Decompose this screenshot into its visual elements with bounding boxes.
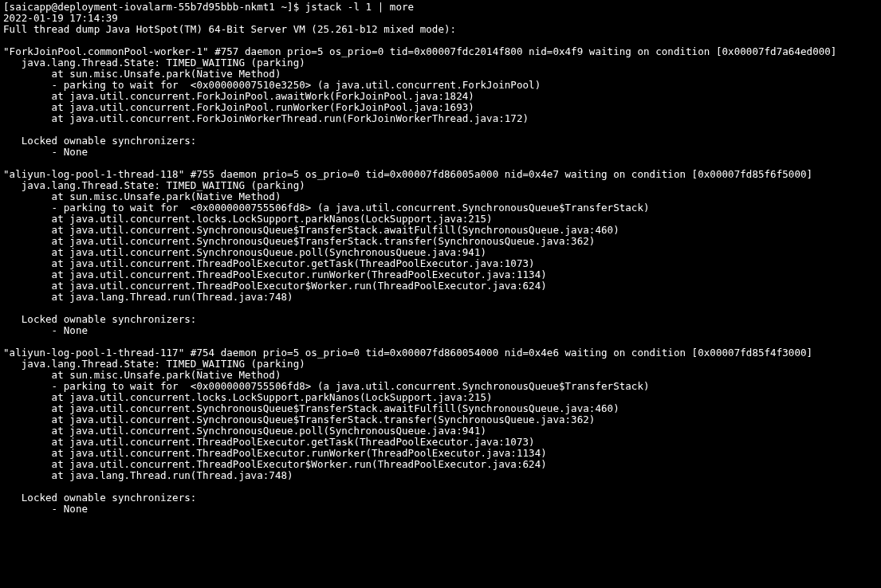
stack-frame: at sun.misc.Unsafe.park(Native Method) xyxy=(3,190,281,202)
thread-state: java.lang.Thread.State: TIMED_WAITING (p… xyxy=(3,358,305,370)
thread-state: java.lang.Thread.State: TIMED_WAITING (p… xyxy=(3,179,305,191)
stack-frame: at java.lang.Thread.run(Thread.java:748) xyxy=(3,469,293,481)
stack-frame: at java.util.concurrent.SynchronousQueue… xyxy=(3,224,619,236)
stack-frame: at java.util.concurrent.ThreadPoolExecut… xyxy=(3,269,547,280)
dump-header: Full thread dump Java HotSpot(TM) 64-Bit… xyxy=(3,23,456,35)
stack-frame: at sun.misc.Unsafe.park(Native Method) xyxy=(3,68,281,80)
stack-frame: at java.lang.Thread.run(Thread.java:748) xyxy=(3,291,293,303)
thread-header: "aliyun-log-pool-1-thread-117" #754 daem… xyxy=(3,347,812,359)
stack-frame: at java.util.concurrent.ThreadPoolExecut… xyxy=(3,436,535,448)
stack-frame: at java.util.concurrent.SynchronousQueue… xyxy=(3,402,619,414)
stack-frame: at java.util.concurrent.SynchronousQueue… xyxy=(3,235,595,247)
synchronizers-body: - None xyxy=(3,146,88,158)
stack-frame: at java.util.concurrent.ThreadPoolExecut… xyxy=(3,257,535,269)
command-input[interactable]: jstack -l 1 | more xyxy=(305,1,414,13)
shell-prompt: [saicapp@deployment-iovalarm-55b7d95bbb-… xyxy=(3,1,305,13)
stack-frame: - parking to wait for <0x0000000755506fd… xyxy=(3,380,650,392)
stack-frame: - parking to wait for <0x00000007510e325… xyxy=(3,79,541,91)
stack-frame: at java.util.concurrent.ThreadPoolExecut… xyxy=(3,280,547,292)
thread-header: "aliyun-log-pool-1-thread-118" #755 daem… xyxy=(3,168,812,180)
terminal-output[interactable]: [saicapp@deployment-iovalarm-55b7d95bbb-… xyxy=(0,0,881,519)
synchronizers-body: - None xyxy=(3,503,88,515)
dump-timestamp: 2022-01-19 17:14:39 xyxy=(3,12,118,24)
stack-frame: at java.util.concurrent.ForkJoinPool.run… xyxy=(3,101,474,113)
stack-frame: at java.util.concurrent.locks.LockSuppor… xyxy=(3,213,493,225)
stack-frame: at java.util.concurrent.ThreadPoolExecut… xyxy=(3,447,547,459)
thread-state: java.lang.Thread.State: TIMED_WAITING (p… xyxy=(3,57,305,69)
thread-header: "ForkJoinPool.commonPool-worker-1" #757 … xyxy=(3,45,836,57)
stack-frame: at sun.misc.Unsafe.park(Native Method) xyxy=(3,369,281,381)
stack-frame: - parking to wait for <0x0000000755506fd… xyxy=(3,202,650,214)
synchronizers-header: Locked ownable synchronizers: xyxy=(3,492,196,504)
stack-frame: at java.util.concurrent.ThreadPoolExecut… xyxy=(3,458,547,470)
synchronizers-header: Locked ownable synchronizers: xyxy=(3,135,196,147)
stack-frame: at java.util.concurrent.locks.LockSuppor… xyxy=(3,391,493,403)
stack-frame: at java.util.concurrent.SynchronousQueue… xyxy=(3,246,486,258)
synchronizers-body: - None xyxy=(3,324,88,336)
stack-frame: at java.util.concurrent.SynchronousQueue… xyxy=(3,414,595,425)
stack-frame: at java.util.concurrent.SynchronousQueue… xyxy=(3,425,486,437)
synchronizers-header: Locked ownable synchronizers: xyxy=(3,313,196,325)
stack-frame: at java.util.concurrent.ForkJoinPool.awa… xyxy=(3,90,474,102)
stack-frame: at java.util.concurrent.ForkJoinWorkerTh… xyxy=(3,112,529,124)
